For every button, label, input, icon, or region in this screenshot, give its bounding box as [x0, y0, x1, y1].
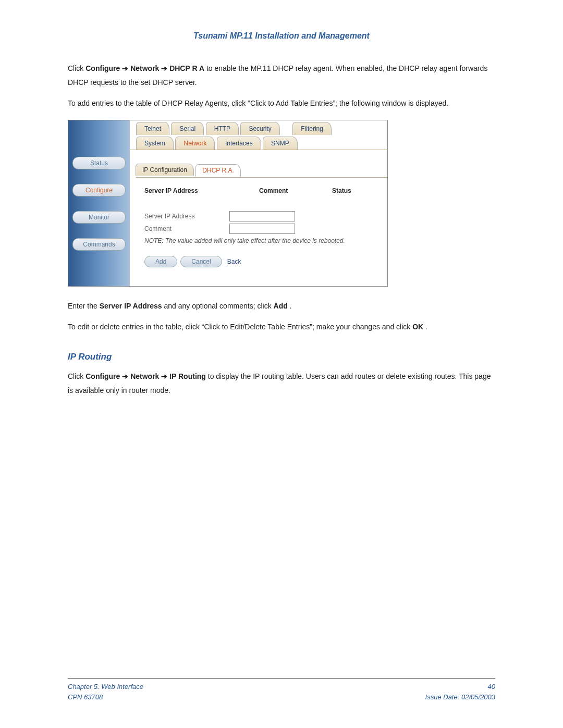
lower-tab-row: System Network Interfaces SNMP [130, 135, 387, 150]
bold-dhcp-ra: DHCP R A [169, 64, 204, 72]
sub-tab-row: IP Configuration DHCP R.A. [136, 164, 387, 178]
sidebar-configure-button[interactable]: Configure [72, 184, 126, 196]
footer-issue: Issue Date: 02/05/2003 [425, 692, 495, 702]
paragraph-2: To add entries to the table of DHCP Rela… [68, 96, 495, 110]
bold-network: Network [130, 372, 159, 380]
button-row: Add Cancel Back [130, 252, 387, 277]
footer-chapter: Chapter 5. Web Interface [68, 682, 143, 692]
sidebar-commands-button[interactable]: Commands [72, 238, 126, 251]
comment-label: Comment [144, 225, 228, 232]
sidebar: Status Configure Monitor Commands [68, 120, 130, 286]
back-link[interactable]: Back [227, 258, 241, 265]
text: . [425, 323, 427, 331]
heading-ip-routing: IP Routing [68, 352, 495, 362]
comment-input[interactable] [229, 224, 295, 234]
note-text: NOTE: The value added will only take eff… [130, 235, 387, 252]
tab-interfaces[interactable]: Interfaces [217, 137, 261, 150]
server-ip-input[interactable] [229, 211, 295, 221]
col-status: Status [332, 187, 363, 194]
tab-security[interactable]: Security [240, 122, 279, 135]
tab-serial[interactable]: Serial [171, 122, 204, 135]
form-row-server-ip: Server IP Address [130, 210, 387, 223]
bold-add: Add [274, 302, 288, 310]
tab-snmp[interactable]: SNMP [263, 137, 298, 150]
subtab-dhcp-ra[interactable]: DHCP R.A. [195, 164, 240, 177]
col-server-ip: Server IP Address [144, 187, 259, 194]
bold-server-ip: Server IP Address [100, 302, 162, 310]
bold-network: Network [130, 64, 159, 72]
tab-system[interactable]: System [136, 137, 174, 150]
text: Enter the [68, 302, 100, 310]
upper-tab-row: Telnet Serial HTTP Security Filtering [130, 120, 387, 135]
content-pane: Telnet Serial HTTP Security Filtering Sy… [130, 120, 387, 286]
paragraph-3: Enter the Server IP Address and any opti… [68, 299, 495, 313]
sidebar-status-button[interactable]: Status [72, 157, 126, 169]
arrow-icon: ➔ [122, 372, 130, 380]
cancel-button[interactable]: Cancel [180, 256, 222, 267]
footer-right: 40 Issue Date: 02/05/2003 [425, 682, 495, 702]
text: Click [68, 372, 85, 380]
arrow-icon: ➔ [161, 372, 169, 380]
text: To edit or delete entries in the table, … [68, 323, 412, 331]
embedded-screenshot: Status Configure Monitor Commands Telnet… [68, 120, 388, 287]
text: and any optional comments; click [164, 302, 273, 310]
text: . [290, 302, 292, 310]
tab-telnet[interactable]: Telnet [136, 122, 169, 135]
table-header: Server IP Address Comment Status [130, 178, 387, 200]
paragraph-1: Click Configure ➔ Network ➔ DHCP R A to … [68, 61, 495, 89]
subtab-ip-configuration[interactable]: IP Configuration [136, 164, 194, 176]
arrow-icon: ➔ [161, 64, 169, 72]
col-comment: Comment [259, 187, 332, 194]
tab-network[interactable]: Network [175, 137, 215, 150]
paragraph-4: To edit or delete entries in the table, … [68, 320, 495, 334]
text: Click [68, 64, 85, 72]
sidebar-monitor-button[interactable]: Monitor [72, 211, 126, 224]
arrow-icon: ➔ [122, 64, 130, 72]
bold-ok: OK [412, 323, 423, 331]
footer-page: 40 [425, 682, 495, 692]
bold-configure: Configure [85, 372, 120, 380]
tab-http[interactable]: HTTP [206, 122, 239, 135]
add-button[interactable]: Add [144, 256, 177, 267]
tab-filtering[interactable]: Filtering [292, 122, 332, 135]
server-ip-label: Server IP Address [144, 213, 228, 220]
page-footer: Chapter 5. Web Interface CPN 63708 40 Is… [68, 678, 495, 702]
bold-ip-routing: IP Routing [169, 372, 206, 380]
paragraph-5: Click Configure ➔ Network ➔ IP Routing t… [68, 369, 495, 397]
doc-title: Tsunami MP.11 Installation and Managemen… [68, 31, 495, 41]
bold-configure: Configure [85, 64, 120, 72]
footer-cpn: CPN 63708 [68, 692, 143, 702]
footer-left: Chapter 5. Web Interface CPN 63708 [68, 682, 143, 702]
form-row-comment: Comment [130, 223, 387, 235]
